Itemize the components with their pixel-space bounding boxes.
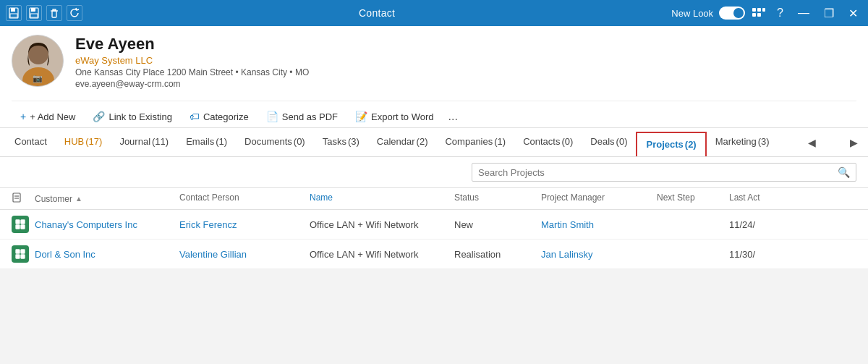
tab-nav-right[interactable]: ▶: [846, 134, 862, 151]
tab-tasks-count: (3): [348, 136, 359, 147]
tab-emails[interactable]: Emails (1): [177, 128, 236, 157]
svg-rect-19: [16, 220, 20, 224]
minimize-button[interactable]: —: [793, 5, 814, 21]
svg-rect-10: [762, 8, 765, 12]
contact-link[interactable]: Valentine Gillian: [179, 249, 247, 260]
avatar: 📷: [12, 35, 64, 87]
row-lastact: 11/24/: [729, 219, 856, 230]
tab-journal[interactable]: Journal (11): [111, 128, 177, 157]
window-title: Contact: [82, 7, 671, 19]
tab-tasks-label: Tasks: [323, 136, 346, 147]
camera-icon[interactable]: 📷: [33, 74, 43, 83]
th-customer: Customer ▲: [35, 192, 179, 205]
customer-link[interactable]: Dorl & Son Inc: [35, 249, 95, 260]
tabs-bar: Contact HUB (17) Journal (11) Emails (1)…: [0, 128, 868, 157]
link-to-existing-button[interactable]: 🔗 Link to Existing: [84, 106, 180, 127]
categorize-button[interactable]: 🏷 Categorize: [181, 106, 258, 127]
new-look-toggle[interactable]: [719, 7, 745, 20]
row-icon-cell: [12, 245, 35, 263]
tab-nav-left[interactable]: ◀: [804, 134, 820, 151]
crm-icon: [751, 5, 767, 21]
table-row: Dorl & Son Inc Valentine Gillian Office …: [0, 240, 868, 269]
project-icon: [12, 216, 29, 233]
title-bar-right: New Look ? — ❐ ✕: [671, 5, 862, 22]
customer-link[interactable]: Chanay's Computers Inc: [35, 219, 137, 230]
tab-documents-label: Documents: [244, 136, 292, 147]
project-icon: [12, 245, 29, 263]
th-icon-col: [12, 192, 35, 205]
tab-tasks[interactable]: Tasks (3): [314, 128, 368, 157]
more-actions-button[interactable]: ...: [443, 106, 464, 127]
tab-deals-count: (0): [616, 136, 628, 147]
add-new-label: + Add New: [30, 111, 75, 122]
svg-rect-9: [757, 8, 761, 12]
help-button[interactable]: ?: [773, 5, 788, 21]
tab-projects[interactable]: Projects (2): [636, 132, 706, 158]
tab-deals[interactable]: Deals (0): [582, 128, 636, 157]
tab-emails-count: (1): [216, 136, 227, 147]
tab-contacts-label: Contacts: [523, 136, 560, 147]
search-box: 🔍: [472, 163, 856, 182]
contact-info-row: 📷 Eve Ayeen eWay System LLC One Kansas C…: [12, 35, 856, 96]
add-icon: +: [20, 111, 26, 122]
tab-marketing[interactable]: Marketing (3): [707, 128, 778, 157]
search-input[interactable]: [478, 167, 838, 178]
tab-calendar-count: (2): [417, 136, 428, 147]
th-lastact: Last Act: [729, 192, 856, 205]
tab-documents-count: (0): [294, 136, 305, 147]
svg-rect-24: [21, 250, 25, 253]
search-row: 🔍: [0, 157, 868, 187]
tab-deals-label: Deals: [590, 136, 614, 147]
sort-icon[interactable]: ▲: [75, 195, 82, 203]
tab-marketing-label: Marketing: [715, 136, 757, 147]
refresh-icon[interactable]: [67, 5, 82, 21]
manager-link[interactable]: Jan Lalinsky: [541, 249, 593, 260]
svg-rect-21: [16, 225, 20, 229]
row-name: Office LAN + Wifi Network: [310, 219, 454, 230]
tab-journal-label: Journal: [119, 136, 150, 147]
action-bar: + + Add New 🔗 Link to Existing 🏷 Categor…: [12, 101, 856, 127]
close-button[interactable]: ✕: [844, 5, 862, 22]
tab-contact[interactable]: Contact: [6, 128, 56, 157]
manager-link[interactable]: Martin Smith: [541, 219, 594, 230]
categorize-icon: 🏷: [190, 111, 200, 122]
add-new-button[interactable]: + + Add New: [12, 106, 84, 127]
tab-contacts[interactable]: Contacts (0): [514, 128, 582, 157]
tab-companies[interactable]: Companies (1): [436, 128, 514, 157]
row-name: Office LAN + Wifi Network: [310, 249, 454, 260]
row-lastact: 11/30/: [729, 249, 856, 260]
tab-journal-count: (11): [152, 136, 169, 147]
send-as-pdf-button[interactable]: 📄 Send as PDF: [258, 106, 346, 127]
grid-icon: [15, 249, 25, 259]
contact-details: Eve Ayeen eWay System LLC One Kansas Cit…: [75, 35, 856, 89]
tab-documents[interactable]: Documents (0): [236, 128, 314, 157]
tab-projects-label: Projects: [646, 139, 683, 150]
grid-icon: [15, 219, 25, 229]
tab-calendar-label: Calendar: [377, 136, 415, 147]
tab-emails-label: Emails: [186, 136, 214, 147]
tab-companies-label: Companies: [445, 136, 493, 147]
svg-rect-23: [16, 250, 20, 253]
svg-text:+: +: [35, 9, 38, 13]
export-to-word-button[interactable]: 📝 Export to Word: [346, 106, 442, 127]
tab-hub-label: HUB: [64, 136, 84, 147]
row-status: Realisation: [454, 249, 541, 260]
word-icon: 📝: [355, 111, 367, 122]
svg-rect-20: [21, 220, 25, 224]
delete-icon[interactable]: [46, 5, 62, 21]
row-customer: Chanay's Computers Inc: [35, 219, 179, 230]
th-contact: Contact Person: [179, 192, 310, 205]
contact-link[interactable]: Erick Ferencz: [179, 219, 237, 230]
header-area: 📷 Eve Ayeen eWay System LLC One Kansas C…: [0, 26, 868, 128]
contact-company: eWay System LLC: [75, 55, 856, 66]
save-icon[interactable]: [6, 5, 22, 21]
row-contact: Valentine Gillian: [179, 249, 310, 260]
tab-calendar[interactable]: Calendar (2): [368, 128, 437, 157]
contact-address: One Kansas City Place 1200 Main Street •…: [75, 67, 856, 77]
table-container: Customer ▲ Contact Person Name Status Pr…: [0, 187, 868, 269]
tab-projects-count: (2): [685, 139, 697, 150]
save-as-icon[interactable]: +: [26, 5, 42, 21]
restore-button[interactable]: ❐: [820, 5, 838, 22]
tab-hub[interactable]: HUB (17): [56, 128, 111, 157]
categorize-label: Categorize: [203, 111, 249, 122]
